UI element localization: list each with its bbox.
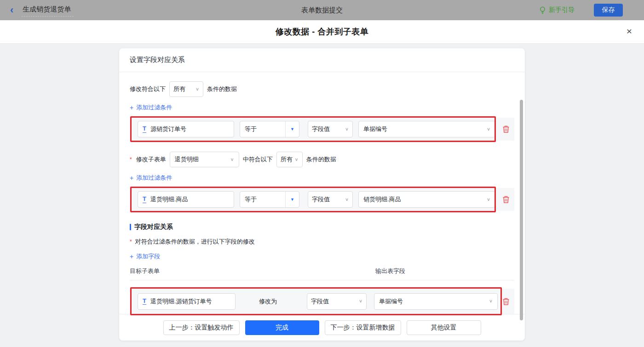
filter2-mode-select[interactable]: 所有 ∨ — [276, 152, 303, 167]
filter2-condition-row: T 退货明细.商品 等于 ▼ 字段值 ∨ 销货明细.商品 ∨ — [130, 188, 514, 211]
column-header-target: 目标子表单 — [130, 267, 160, 275]
lightbulb-icon — [539, 6, 546, 14]
filter1-add-condition-link[interactable]: + 添加过滤条件 — [130, 103, 172, 112]
chevron-down-icon: ∨ — [359, 299, 362, 304]
next-step-button[interactable]: 下一步：设置新增数据 — [325, 320, 401, 335]
modal-header: 修改数据 - 合并到子表单 × — [0, 20, 644, 44]
panel-body: 修改符合以下 所有 ∨ 条件的数据 + 添加过滤条件 T 源销货订单号 等于 — [119, 81, 525, 314]
filter1-value: 单据编号 — [363, 125, 387, 133]
filter2-value-type-select[interactable]: 字段值 ∨ — [308, 191, 353, 208]
filter2-subform-value: 退货明细 — [175, 155, 199, 164]
filter1-value-select[interactable]: 单据编号 ∨ — [358, 121, 495, 137]
column-header-output: 输出表字段 — [375, 267, 405, 275]
mapping-column-headers: 目标子表单 输出表字段 — [130, 267, 514, 280]
prev-step-button[interactable]: 上一步：设置触发动作 — [163, 320, 240, 335]
mapping-description-text: 对符合过滤条件的数据，进行以下字段的修改 — [135, 238, 255, 246]
beginner-guide-link[interactable]: 新手引导 — [539, 6, 575, 14]
filter2-value-select[interactable]: 销货明细.商品 ∨ — [358, 191, 495, 208]
required-icon: * — [130, 239, 132, 245]
page-title: 表单数据提交 — [301, 6, 343, 15]
filter1-delete-button[interactable] — [502, 125, 510, 133]
filter2-label-text: 修改子表单 — [136, 155, 166, 164]
mapping-section-header: 字段对应关系 — [130, 223, 514, 231]
chevron-down-icon: ∨ — [196, 86, 199, 91]
scrollbar[interactable] — [520, 100, 523, 320]
filter1-operator-select[interactable]: 等于 ▼ — [240, 121, 299, 137]
mapping-value-select[interactable]: 单据编号 ∨ — [374, 293, 498, 310]
chevron-down-icon: ∨ — [489, 299, 493, 304]
chevron-down-icon: ∨ — [230, 157, 234, 162]
modify-to-label: 修改为 — [259, 297, 277, 306]
mapping-section-title: 字段对应关系 — [134, 223, 173, 231]
filter2-delete-button[interactable] — [502, 195, 510, 204]
chevron-down-icon: ∨ — [345, 126, 349, 131]
filter2-operator-select[interactable]: 等于 ▼ — [240, 191, 299, 208]
trash-icon — [502, 297, 510, 306]
filter1-mode-select[interactable]: 所有 ∨ — [169, 81, 203, 97]
filter1-suffix-text: 条件的数据 — [207, 85, 237, 93]
plus-icon: + — [130, 174, 133, 182]
text-field-icon: T — [143, 196, 146, 203]
panel-footer: 上一步：设置触发动作 完成 下一步：设置新增数据 其他设置 — [119, 314, 525, 341]
section-bar-icon — [130, 224, 131, 230]
filter2-condition-line: * 修改子表单 退货明细 ∨ 中符合以下 所有 ∨ 条件的数据 — [130, 152, 514, 167]
back-icon: ‹ — [10, 5, 13, 15]
mapping-value-type-select[interactable]: 字段值 ∨ — [307, 293, 367, 310]
chevron-down-icon: ∨ — [487, 126, 490, 131]
plus-icon: + — [130, 253, 133, 260]
topbar: ‹ 生成销货退货单 表单数据提交 新手引导 保存 — [0, 0, 644, 20]
filter2-mid-text: 中符合以下 — [243, 155, 273, 164]
topbar-actions: 新手引导 保存 — [539, 4, 623, 17]
trash-icon — [502, 125, 510, 133]
filter2-value: 销货明细.商品 — [363, 195, 401, 204]
settings-panel: 设置字段对应关系 修改符合以下 所有 ∨ 条件的数据 + 添加过滤条件 T 源销… — [119, 48, 525, 341]
mapping-field-label: 退货明细.源销货订单号 — [150, 297, 212, 306]
filter2-mode-value: 所有 — [281, 155, 293, 164]
filter1-value-type: 字段值 — [312, 125, 330, 133]
close-icon[interactable]: × — [627, 26, 632, 36]
caret-down-icon: ▼ — [285, 121, 299, 137]
chevron-down-icon: ∨ — [295, 157, 299, 162]
filter1-add-condition-label: 添加过滤条件 — [136, 103, 172, 112]
plus-icon: + — [130, 104, 133, 111]
mapping-value: 单据编号 — [379, 297, 403, 306]
filter2-add-condition-label: 添加过滤条件 — [136, 174, 172, 182]
modal-content: 设置字段对应关系 修改符合以下 所有 ∨ 条件的数据 + 添加过滤条件 T 源销… — [0, 44, 644, 347]
filter2-add-condition-link[interactable]: + 添加过滤条件 — [130, 174, 172, 182]
text-field-icon: T — [143, 298, 146, 305]
filter1-field-label: 源销货订单号 — [150, 125, 186, 133]
beginner-guide-label: 新手引导 — [549, 6, 575, 14]
modal-title: 修改数据 - 合并到子表单 — [276, 26, 369, 37]
filter2-field-label: 退货明细.商品 — [150, 195, 188, 204]
caret-down-icon: ▼ — [285, 192, 299, 207]
mapping-add-field-label: 添加字段 — [136, 252, 160, 261]
filter2-operator-value: 等于 — [240, 195, 257, 204]
chevron-down-icon: ∨ — [345, 197, 349, 202]
filter2-field-chip[interactable]: T 退货明细.商品 — [138, 191, 234, 208]
filter1-value-type-select[interactable]: 字段值 ∨ — [308, 121, 353, 137]
filter2-value-type: 字段值 — [312, 195, 330, 204]
filter1-condition-line: 修改符合以下 所有 ∨ 条件的数据 — [130, 81, 514, 97]
back-button[interactable]: ‹ — [10, 5, 13, 15]
mapping-value-type: 字段值 — [311, 297, 329, 306]
panel-title: 设置字段对应关系 — [119, 48, 525, 72]
mapping-add-field-link[interactable]: + 添加字段 — [130, 252, 160, 261]
text-field-icon: T — [143, 125, 146, 133]
filter1-field-chip[interactable]: T 源销货订单号 — [138, 121, 234, 137]
filter1-prefix-text: 修改符合以下 — [130, 85, 166, 93]
filter2-suffix-text: 条件的数据 — [306, 155, 336, 164]
required-icon: * — [130, 156, 132, 163]
filter1-condition-row: T 源销货订单号 等于 ▼ 字段值 ∨ 单据编号 ∨ — [130, 118, 514, 141]
trash-icon — [502, 195, 510, 204]
document-title[interactable]: 生成销货退货单 — [22, 4, 74, 17]
done-button[interactable]: 完成 — [245, 320, 319, 335]
mapping-description-line: * 对符合过滤条件的数据，进行以下字段的修改 — [130, 238, 514, 246]
other-settings-button[interactable]: 其他设置 — [407, 320, 481, 335]
mapping-row: T 退货明细.源销货订单号 修改为 字段值 ∨ 单据编号 ∨ — [130, 289, 514, 314]
mapping-field-chip[interactable]: T 退货明细.源销货订单号 — [138, 293, 236, 310]
chevron-down-icon: ∨ — [487, 197, 490, 202]
filter2-subform-select[interactable]: 退货明细 ∨ — [170, 152, 239, 167]
save-button[interactable]: 保存 — [594, 4, 623, 17]
mapping-delete-button[interactable] — [502, 297, 510, 306]
filter1-operator-value: 等于 — [240, 125, 257, 133]
